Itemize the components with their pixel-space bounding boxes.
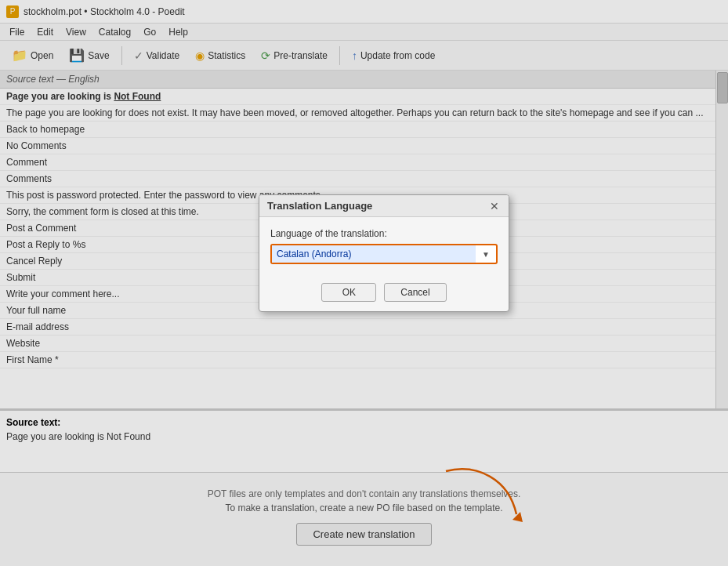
dialog-select-wrapper: Catalan (Andorra)English (United States)… xyxy=(270,244,498,264)
dialog-title: Translation Language xyxy=(267,200,372,212)
dialog-close-button[interactable]: ✕ xyxy=(488,201,501,212)
modal-overlay: Translation Language ✕ Language of the t… xyxy=(0,0,728,566)
dialog-cancel-button[interactable]: Cancel xyxy=(384,283,446,302)
dialog-buttons: OK Cancel xyxy=(259,283,509,311)
dialog-ok-button[interactable]: OK xyxy=(321,283,376,302)
language-select[interactable]: Catalan (Andorra)English (United States)… xyxy=(272,245,476,263)
dialog-title-bar: Translation Language ✕ xyxy=(259,195,509,217)
dialog-field-label: Language of the translation: xyxy=(270,228,498,239)
translation-language-dialog: Translation Language ✕ Language of the t… xyxy=(259,194,509,312)
dropdown-arrow-icon: ▼ xyxy=(476,247,496,262)
dialog-body: Language of the translation: Catalan (An… xyxy=(259,217,509,272)
